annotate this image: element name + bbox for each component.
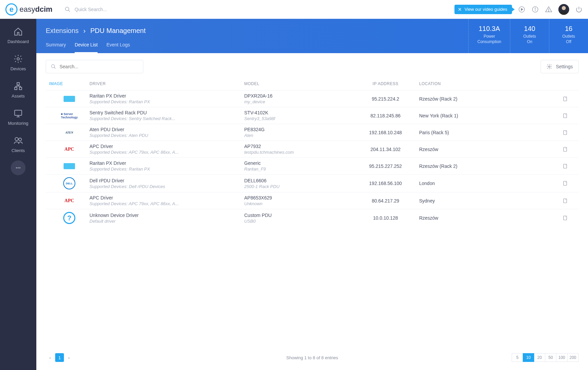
sidebar-more-button[interactable] xyxy=(11,160,26,175)
svg-point-23 xyxy=(15,138,18,141)
svg-rect-41 xyxy=(563,181,566,185)
monitor-icon xyxy=(13,109,23,118)
svg-point-28 xyxy=(51,65,54,68)
cell-ip: 95.215.224.2 xyxy=(352,96,419,102)
row-action-button[interactable] xyxy=(555,96,575,102)
page-next-button[interactable]: › xyxy=(65,353,73,362)
page-number-button[interactable]: 1 xyxy=(55,353,64,362)
cell-image xyxy=(49,161,89,171)
cell-location: Rzeszów xyxy=(419,147,555,152)
cell-ip: 10.0.10.128 xyxy=(352,215,419,221)
row-action-button[interactable] xyxy=(555,129,575,136)
cell-model: DPXR20A-16my_device xyxy=(244,93,352,104)
cell-location: Rzeszów xyxy=(419,215,555,221)
breadcrumb-parent[interactable]: Extensions xyxy=(46,27,79,35)
brand-logo[interactable]: e easydcim xyxy=(5,3,52,15)
search-icon xyxy=(65,6,71,12)
col-ip[interactable]: IP ADDRESS xyxy=(352,81,419,86)
sidebar-label: Dashboard xyxy=(7,39,29,44)
page-size-5[interactable]: 5 xyxy=(512,353,523,362)
sidebar-item-clients[interactable]: Clients xyxy=(0,131,36,158)
page-size-200[interactable]: 200 xyxy=(567,353,579,362)
svg-point-6 xyxy=(535,8,536,8)
cell-ip: 95.215.227.252 xyxy=(352,163,419,169)
cell-image: ? xyxy=(49,212,89,224)
tab-device-list[interactable]: Device List xyxy=(75,42,98,53)
sidebar-label: Assets xyxy=(11,94,25,99)
cell-model: Custom PDUUSB0 xyxy=(244,213,352,224)
page-size-10[interactable]: 10 xyxy=(523,353,534,362)
users-icon xyxy=(13,136,23,145)
table-row[interactable]: ATENAten PDU DriverSupported Devices: At… xyxy=(46,124,579,141)
cell-driver: Aten PDU DriverSupported Devices: Aten P… xyxy=(89,127,244,138)
breadcrumb: Extensions › PDU Management xyxy=(46,27,459,35)
svg-point-27 xyxy=(19,167,20,168)
col-model[interactable]: MODEL xyxy=(244,81,352,86)
cell-image: APC xyxy=(49,196,89,206)
sidebar-label: Monitoring xyxy=(8,121,29,126)
tab-summary[interactable]: Summary xyxy=(46,42,66,53)
svg-point-30 xyxy=(549,66,550,68)
cell-model: PE8324GAten xyxy=(244,127,352,138)
page-size-100[interactable]: 100 xyxy=(556,353,567,362)
settings-button[interactable]: Settings xyxy=(541,60,579,73)
svg-rect-35 xyxy=(563,131,566,135)
sidebar-item-monitoring[interactable]: Monitoring xyxy=(0,104,36,131)
table-row[interactable]: APCAPC DriverSupported Devices: APC 79xx… xyxy=(46,141,579,157)
row-action-button[interactable] xyxy=(555,146,575,153)
row-action-button[interactable] xyxy=(555,112,575,119)
page-size-20[interactable]: 20 xyxy=(534,353,545,362)
row-action-button[interactable] xyxy=(555,197,575,204)
table-row[interactable]: ■ Server TechnologySentry Switched Rack … xyxy=(46,107,579,124)
sidebar-item-assets[interactable]: Assets xyxy=(0,77,36,104)
cell-image: ATEN xyxy=(49,127,89,138)
close-icon[interactable]: ✕ xyxy=(458,7,462,12)
info-icon[interactable] xyxy=(531,6,539,13)
header-stats: 110.3APower Consumption140Outlets On16Ou… xyxy=(468,19,588,53)
dots-icon xyxy=(15,164,22,171)
cell-driver: APC DriverSupported Devices: APC 79xx, A… xyxy=(89,195,244,206)
table-row[interactable]: Raritan PX DriverSupported Devices: Rari… xyxy=(46,90,579,107)
col-image[interactable]: IMAGE xyxy=(49,81,89,86)
tab-event-logs[interactable]: Event Logs xyxy=(106,42,130,53)
page-prev-button[interactable]: ‹ xyxy=(46,353,54,362)
svg-rect-20 xyxy=(15,110,22,115)
col-location[interactable]: LOCATION xyxy=(419,81,555,86)
device-table: IMAGE DRIVER MODEL IP ADDRESS LOCATION R… xyxy=(46,81,579,227)
table-row[interactable]: DELLDell rPDU DriverSupported Devices: D… xyxy=(46,174,579,192)
cell-location: Rzeszów (Rack 2) xyxy=(419,96,555,102)
topbar-actions: ✕ View our video guides xyxy=(454,4,583,15)
stat-value: 140 xyxy=(519,25,540,33)
row-action-button[interactable] xyxy=(555,180,575,187)
alert-icon[interactable] xyxy=(545,6,552,13)
svg-rect-43 xyxy=(563,199,566,203)
table-search-input[interactable] xyxy=(60,64,138,69)
table-row[interactable]: Raritan PX DriverSupported Devices: Rari… xyxy=(46,157,579,174)
gear-icon xyxy=(13,54,23,64)
row-action-button[interactable] xyxy=(555,163,575,170)
table-row[interactable]: APCAPC DriverSupported Devices: APC 79xx… xyxy=(46,192,579,209)
svg-rect-14 xyxy=(15,87,17,90)
cell-model: GenericRaritan_F9 xyxy=(244,160,352,172)
page-size-50[interactable]: 50 xyxy=(545,353,556,362)
row-action-button[interactable] xyxy=(555,215,575,221)
assets-icon xyxy=(13,81,23,91)
brand-name: easydcim xyxy=(20,5,52,14)
cell-ip: 192.168.10.248 xyxy=(352,130,419,135)
sidebar-item-devices[interactable]: Devices xyxy=(0,49,36,77)
cell-ip: 80.64.217.29 xyxy=(352,198,419,204)
global-search[interactable]: Quick Search... xyxy=(65,6,107,12)
table-search[interactable] xyxy=(46,60,143,73)
breadcrumb-current: PDU Management xyxy=(90,27,146,35)
col-driver[interactable]: DRIVER xyxy=(89,81,244,86)
global-search-placeholder: Quick Search... xyxy=(75,7,107,12)
home-icon xyxy=(13,27,23,36)
play-icon[interactable] xyxy=(518,6,525,13)
cell-ip: 82.118.245.86 xyxy=(352,113,419,118)
video-guides-button[interactable]: ✕ View our video guides xyxy=(454,5,512,14)
sidebar-item-dashboard[interactable]: Dashboard xyxy=(0,22,36,49)
power-icon[interactable] xyxy=(575,6,583,13)
user-avatar[interactable] xyxy=(558,4,569,15)
table-row[interactable]: ?Unknown Device DriverDefault driverCust… xyxy=(46,209,579,227)
stat-block: 110.3APower Consumption xyxy=(468,19,510,53)
